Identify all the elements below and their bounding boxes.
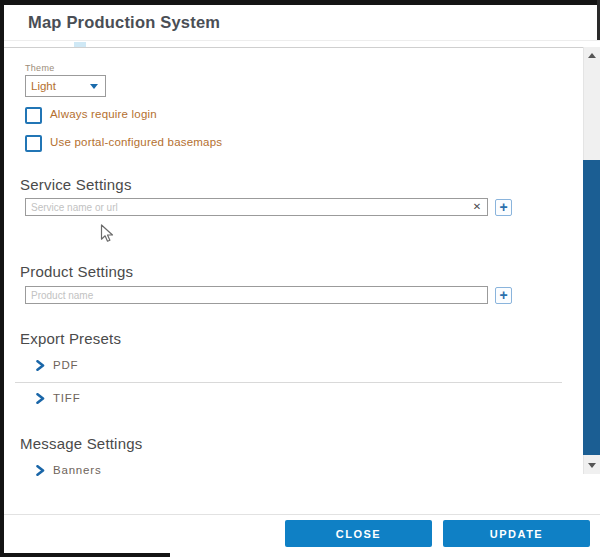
plus-icon: + bbox=[499, 199, 507, 215]
add-product-button[interactable]: + bbox=[495, 287, 512, 304]
use-portal-basemaps-checkbox[interactable] bbox=[25, 135, 42, 152]
product-settings-heading: Product Settings bbox=[20, 263, 133, 280]
scrollbar-thumb[interactable] bbox=[583, 160, 600, 455]
product-name-input[interactable] bbox=[25, 286, 488, 304]
window-frame-bottom bbox=[0, 553, 170, 557]
chevron-right-icon bbox=[36, 393, 45, 404]
map-production-system-dialog: Map Production System Theme Light Always… bbox=[0, 0, 600, 557]
service-settings-heading: Service Settings bbox=[20, 176, 132, 193]
always-require-login-checkbox[interactable] bbox=[25, 107, 42, 124]
message-banners[interactable]: Banners bbox=[36, 463, 176, 479]
service-name-input[interactable] bbox=[25, 198, 488, 216]
export-preset-pdf-label: PDF bbox=[53, 359, 78, 371]
export-preset-tiff[interactable]: TIFF bbox=[36, 391, 156, 407]
add-service-button[interactable]: + bbox=[495, 199, 512, 216]
export-presets-heading: Export Presets bbox=[20, 330, 121, 347]
chevron-down-icon bbox=[90, 84, 98, 89]
clear-icon[interactable]: ✕ bbox=[470, 200, 484, 214]
use-portal-basemaps-label: Use portal-configured basemaps bbox=[50, 136, 222, 148]
divider bbox=[15, 382, 562, 383]
scroll-down-icon[interactable] bbox=[588, 463, 596, 468]
dialog-title: Map Production System bbox=[28, 13, 220, 32]
export-preset-tiff-label: TIFF bbox=[53, 392, 80, 404]
plus-icon: + bbox=[499, 287, 507, 303]
close-button[interactable]: CLOSE bbox=[285, 520, 432, 547]
header-divider bbox=[4, 40, 600, 41]
always-require-login-label: Always require login bbox=[50, 108, 157, 120]
theme-select[interactable]: Light bbox=[25, 75, 106, 97]
chevron-right-icon bbox=[36, 465, 45, 476]
window-frame-left bbox=[0, 0, 4, 557]
message-settings-heading: Message Settings bbox=[20, 435, 142, 452]
chevron-right-icon bbox=[36, 360, 45, 371]
message-banners-label: Banners bbox=[53, 464, 101, 476]
scroll-up-icon[interactable] bbox=[588, 53, 596, 58]
footer-divider bbox=[4, 514, 600, 515]
update-button[interactable]: UPDATE bbox=[443, 520, 590, 547]
export-preset-pdf[interactable]: PDF bbox=[36, 358, 156, 374]
theme-label: Theme bbox=[25, 63, 55, 73]
theme-select-value: Light bbox=[31, 80, 56, 92]
mouse-cursor-icon bbox=[100, 224, 114, 244]
window-frame-top bbox=[0, 0, 600, 5]
content-top-border bbox=[4, 47, 600, 48]
